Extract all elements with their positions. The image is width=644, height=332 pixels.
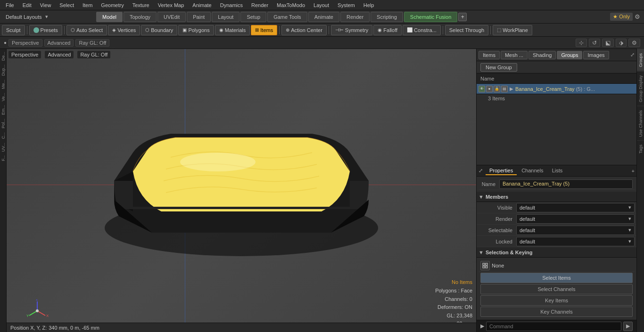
items-btn[interactable]: ⊞ Items <box>251 25 277 35</box>
panel-label-c[interactable]: C... <box>1 130 6 141</box>
menu-maxtomodo[interactable]: MaxToModo <box>273 1 309 9</box>
workplane-btn[interactable]: ⬚ WorkPlane <box>493 25 532 35</box>
vp-icon-5[interactable]: ⚙ <box>628 39 640 47</box>
boundary-btn[interactable]: ⬡ Boundary <box>141 25 177 35</box>
raygl-btn[interactable]: Ray GL: Off <box>75 39 109 47</box>
tab-layout[interactable]: Layout <box>212 12 239 22</box>
name-value[interactable]: Banana_Ice_Cream_Tray (5) <box>499 179 633 189</box>
command-input[interactable] <box>486 322 621 331</box>
tab-model[interactable]: Model <box>96 12 123 22</box>
vp-icon-3[interactable]: ⬕ <box>602 39 614 47</box>
tab-groups[interactable]: Groups <box>557 51 582 59</box>
panel-label-de[interactable]: De... <box>1 50 6 63</box>
advanced-btn[interactable]: Advanced <box>44 39 74 47</box>
tab-uvedit[interactable]: UVEdit <box>157 12 186 22</box>
perspective-btn[interactable]: Perspective <box>8 39 42 47</box>
props-expand-icon[interactable]: ⤢ <box>479 168 483 174</box>
tab-properties[interactable]: Properties <box>486 167 517 175</box>
selectable-dropdown[interactable]: default ▾ <box>516 226 635 235</box>
tab-images[interactable]: Images <box>583 51 609 59</box>
panel-label-pol[interactable]: Pol... <box>1 117 6 130</box>
vtab-group-display[interactable]: Group Display <box>637 71 644 106</box>
tab-scripting[interactable]: Scripting <box>371 12 403 22</box>
tab-gametools[interactable]: Game Tools <box>267 12 307 22</box>
menu-dynamics[interactable]: Dynamics <box>216 1 247 9</box>
advanced-label[interactable]: Advanced <box>45 51 74 58</box>
vertices-btn[interactable]: ◈ Vertices <box>108 25 140 35</box>
tab-setup[interactable]: Setup <box>240 12 266 22</box>
sel-keying-section-header[interactable]: ▼ Selection & Keying <box>477 247 636 258</box>
tab-animate[interactable]: Animate <box>308 12 339 22</box>
vp-icon-4[interactable]: ⬗ <box>616 39 627 47</box>
tab-paint[interactable]: Paint <box>187 12 211 22</box>
panel-label-dup[interactable]: Dup... <box>1 63 6 78</box>
select-channels-btn[interactable]: Select Channels <box>480 284 633 294</box>
key-items-btn[interactable]: Key Items <box>480 295 633 306</box>
locked-dropdown[interactable]: default ▾ <box>516 237 635 246</box>
vtab-groups[interactable]: Groups <box>637 49 644 71</box>
raygl-label[interactable]: Ray GL: Off <box>77 51 110 58</box>
members-section-header[interactable]: ▼ Members <box>477 192 636 202</box>
vp-icon-1[interactable]: ⊹ <box>576 39 587 47</box>
new-group-button[interactable]: New Group <box>480 63 517 72</box>
settings-icon[interactable]: ⚙ <box>635 13 640 20</box>
vtab-tags[interactable]: Tags <box>637 140 644 157</box>
menu-animate[interactable]: Animate <box>189 1 215 9</box>
group-item-banana[interactable]: 👁 ● 🔒 ▤ ▶ Banana_Ice_Cream_Tray (5) : G.… <box>477 84 636 94</box>
vp-icon-2[interactable]: ↺ <box>589 39 600 47</box>
layout-dropdown[interactable]: Default Layouts <box>4 14 43 20</box>
perspective-label[interactable]: Perspective <box>8 51 41 58</box>
menu-texture[interactable]: Texture <box>129 1 153 9</box>
menu-edit[interactable]: Edit <box>19 1 35 9</box>
falloff-btn[interactable]: ◉ Falloff <box>373 25 402 35</box>
menu-layout[interactable]: Layout <box>310 1 333 9</box>
add-tab-button[interactable]: + <box>632 168 635 174</box>
command-go-btn[interactable]: ▶ <box>623 322 633 331</box>
keying-grid-icon[interactable] <box>480 261 490 270</box>
tab-items[interactable]: Items <box>479 51 500 59</box>
sculpt-btn[interactable]: Sculpt <box>2 25 25 35</box>
viewport[interactable]: Perspective Advanced Ray GL: Off No Item… <box>7 49 476 332</box>
lock-icon[interactable]: 🔒 <box>494 86 500 92</box>
menu-render[interactable]: Render <box>248 1 272 9</box>
star-only-badge[interactable]: ★ Only <box>610 13 633 21</box>
tab-shading[interactable]: Shading <box>528 51 556 59</box>
layout-dropdown-arrow[interactable]: ▾ <box>45 14 48 20</box>
menu-help[interactable]: Help <box>360 1 378 9</box>
add-layout-button[interactable]: + <box>458 13 467 21</box>
select-items-btn[interactable]: Select Items <box>480 273 633 283</box>
render-dropdown[interactable]: default ▾ <box>516 214 635 224</box>
vtab-use-channels[interactable]: Use Channels <box>637 106 644 141</box>
panel-label-me[interactable]: Me... <box>1 78 6 91</box>
auto-select-btn[interactable]: ⬡ Auto Select <box>66 25 107 35</box>
panel-label-f[interactable]: F... <box>1 154 6 163</box>
materials-btn[interactable]: ◉ Materials <box>215 25 250 35</box>
key-channels-btn[interactable]: Key Channels <box>480 307 633 317</box>
action-center-btn[interactable]: ⊕ Action Center <box>281 25 327 35</box>
menu-system[interactable]: System <box>334 1 359 9</box>
visibility-icon[interactable]: 👁 <box>479 86 485 92</box>
polygons-btn[interactable]: ▣ Polygons <box>178 25 214 35</box>
tab-lists[interactable]: Lists <box>548 167 567 175</box>
expand-arrow[interactable]: ▶ <box>510 86 513 91</box>
tab-channels[interactable]: Channels <box>518 167 547 175</box>
panel-label-uv[interactable]: UV... <box>1 141 6 154</box>
menu-view[interactable]: View <box>36 1 55 9</box>
render-icon[interactable]: ● <box>486 86 493 92</box>
tab-schematic-fusion[interactable]: Schematic Fusion <box>404 12 457 22</box>
select-through-btn[interactable]: Select Through <box>445 25 488 35</box>
menu-vertex-map[interactable]: Vertex Map <box>154 1 188 9</box>
expand-icon[interactable]: ⤢ <box>630 52 635 58</box>
panel-label-em[interactable]: Em... <box>1 103 6 117</box>
menu-item[interactable]: Item <box>79 1 96 9</box>
tab-topology[interactable]: Topology <box>124 12 157 22</box>
tab-mesh[interactable]: Mesh ... <box>501 51 528 59</box>
panel-label-ve[interactable]: Ve... <box>1 91 6 103</box>
tab-render[interactable]: Render <box>340 12 370 22</box>
presets-btn[interactable]: Presets <box>29 25 62 35</box>
menu-select[interactable]: Select <box>56 1 78 9</box>
menu-file[interactable]: File <box>2 1 18 9</box>
symmetry-btn[interactable]: ⊣⊢ Symmetry <box>331 25 373 35</box>
sel-icon[interactable]: ▤ <box>501 86 508 92</box>
constraints-btn[interactable]: ⬜ Constra... <box>403 25 441 35</box>
